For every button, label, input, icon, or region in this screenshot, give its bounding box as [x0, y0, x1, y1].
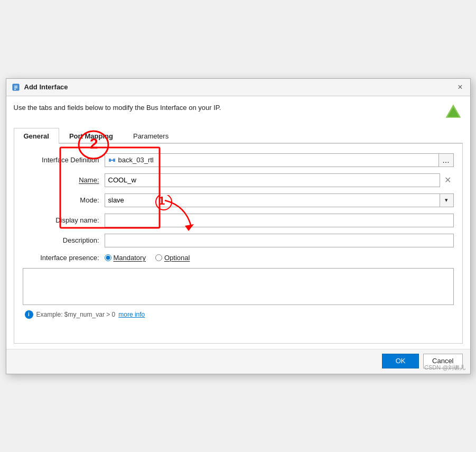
description-field-row: Description: [23, 234, 454, 247]
name-input[interactable] [105, 173, 440, 187]
more-info-link[interactable]: more info [118, 311, 145, 318]
interface-definition-field-group: back_03_rtl … [105, 153, 454, 167]
svg-rect-8 [110, 160, 114, 161]
mode-select-group: slavemastermonitor ▾ [105, 193, 454, 207]
title-bar-left: Add Interface [12, 83, 68, 91]
info-icon: i [25, 310, 33, 319]
interface-definition-value[interactable]: back_03_rtl [105, 153, 439, 167]
expression-area[interactable] [23, 268, 454, 305]
title-bar: Add Interface × [6, 79, 470, 96]
display-name-row: Display name: [23, 214, 454, 227]
dialog-body: Use the tabs and fields below to modify … [6, 96, 470, 349]
radio-mandatory[interactable]: Mandatory [105, 254, 146, 262]
mode-label: Mode: [23, 196, 105, 204]
watermark: CSDN @刘镢儿 [424, 364, 465, 372]
radio-mandatory-input[interactable] [105, 254, 111, 261]
radio-optional[interactable]: Optional [155, 254, 190, 262]
example-text: Example: $my_num_var > 0 [36, 311, 116, 318]
display-name-input[interactable] [105, 214, 454, 227]
interface-definition-row: Interface Definition back_03_rtl … [23, 153, 454, 167]
interface-presence-label: Interface presence: [23, 254, 105, 262]
browse-button[interactable]: … [439, 153, 454, 167]
mandatory-label: Mandatory [114, 254, 146, 262]
interface-definition-label: Interface Definition [23, 156, 105, 164]
mode-select[interactable]: slavemastermonitor [105, 193, 440, 207]
example-row: i Example: $my_num_var > 0 more info [23, 310, 454, 319]
tabs-row: General Port Mapping Parameters [14, 128, 463, 144]
connector-icon [108, 156, 116, 164]
description-row: Use the tabs and fields below to modify … [14, 103, 463, 122]
brand-logo [444, 103, 463, 122]
close-button[interactable]: × [455, 82, 464, 93]
name-field-group: ✕ [105, 173, 454, 187]
name-label: Name: [23, 176, 105, 184]
tab-port-mapping[interactable]: Port Mapping [59, 128, 123, 144]
description-input[interactable] [105, 234, 454, 247]
mode-row: Mode: slavemastermonitor ▾ [23, 193, 454, 207]
tab-parameters[interactable]: Parameters [123, 128, 179, 144]
dialog-title: Add Interface [24, 83, 68, 91]
tab-general[interactable]: General [14, 128, 59, 144]
dialog-footer: OK Cancel [6, 349, 470, 374]
description-field-label: Description: [23, 236, 105, 244]
ok-button[interactable]: OK [382, 354, 419, 368]
display-name-label: Display name: [23, 216, 105, 224]
name-clear-button[interactable]: ✕ [442, 174, 454, 186]
description-text: Use the tabs and fields below to modify … [14, 103, 221, 113]
interface-presence-row: Interface presence: Mandatory Optional [23, 254, 454, 262]
tab-content-general: Interface Definition back_03_rtl … [14, 144, 463, 344]
optional-label: Optional [164, 254, 190, 262]
radio-group: Mandatory Optional [105, 254, 190, 262]
add-interface-dialog: Add Interface × Use the tabs and fields … [6, 78, 471, 374]
mode-dropdown-arrow: ▾ [440, 193, 454, 207]
name-row: Name: ✕ [23, 173, 454, 187]
dialog-icon [12, 83, 20, 91]
radio-optional-input[interactable] [155, 254, 162, 261]
